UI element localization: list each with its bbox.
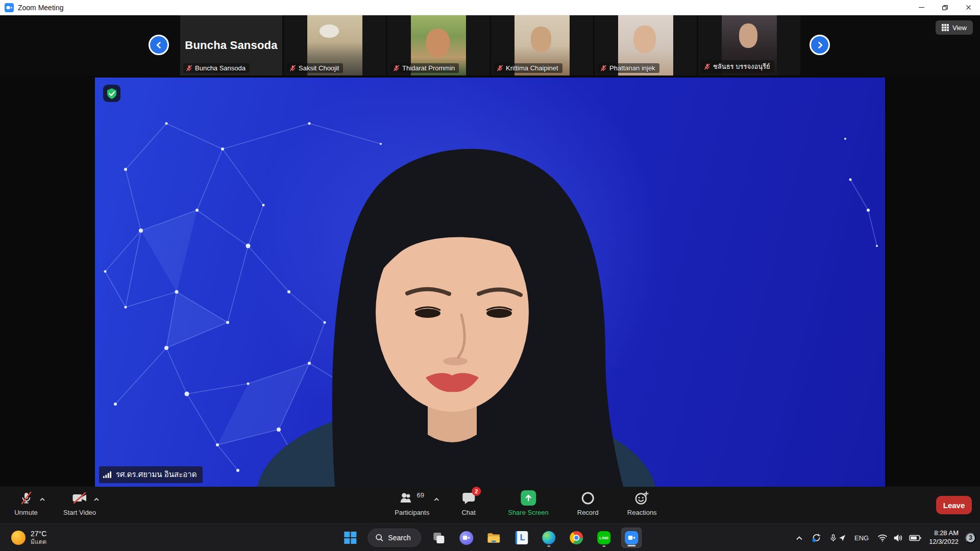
close-button[interactable]: [957, 0, 980, 15]
leave-button[interactable]: Leave: [936, 496, 972, 514]
record-button[interactable]: Record: [573, 490, 603, 516]
chevron-up-icon: [796, 535, 803, 541]
mic-muted-icon: [19, 491, 33, 505]
video-options-caret-icon: [93, 497, 100, 502]
taskbar-chrome-button[interactable]: [567, 528, 587, 548]
taskbar-edge-button[interactable]: [539, 528, 559, 548]
volume-icon: [894, 534, 903, 542]
participant-name: Buncha Sansoda: [195, 64, 246, 72]
muted-mic-icon: [393, 65, 400, 71]
mic-options-caret-icon: [39, 497, 45, 502]
meeting-toolbar: Unmute Start Video 69 Participants: [0, 487, 980, 523]
taskbar-zoom-button[interactable]: [622, 528, 642, 548]
view-button[interactable]: View: [936, 20, 973, 35]
zoom-taskbar-icon: [625, 531, 639, 544]
unmute-button[interactable]: Unmute: [11, 490, 41, 516]
unmute-label: Unmute: [14, 509, 38, 516]
zoom-app-icon: [5, 3, 14, 12]
security-shield-icon[interactable]: [103, 85, 120, 102]
participant-tile[interactable]: Phattanan injek: [595, 15, 697, 76]
search-box[interactable]: Search: [368, 529, 421, 547]
reactions-button[interactable]: Reactions: [627, 490, 657, 516]
taskbar-l-app-button[interactable]: L: [511, 528, 532, 548]
taskbar-line-button[interactable]: LINE: [594, 528, 615, 548]
tray-network-volume-battery[interactable]: [876, 533, 922, 543]
muted-mic-icon: [704, 63, 710, 70]
participants-icon: [400, 492, 414, 505]
speaker-name: รศ.ดร.ศยามน อินสะอาด: [116, 468, 197, 481]
muted-mic-icon: [600, 65, 607, 71]
tray-overflow-button[interactable]: [795, 534, 804, 542]
weather-widget[interactable]: 27°C มีแดด: [7, 524, 51, 551]
camera-off-icon: [72, 492, 87, 504]
clock-widget[interactable]: 8:28 AM 12/3/2022: [929, 529, 959, 546]
participant-name: Phattanan injek: [609, 64, 655, 72]
signal-bars-icon: [103, 471, 112, 478]
start-button[interactable]: [340, 528, 360, 548]
participant-name: Thidarat Prommin: [402, 64, 455, 72]
participant-tile[interactable]: ชลันธร บรรจงอนุรีย์: [698, 15, 800, 76]
task-view-icon: [432, 531, 446, 544]
language-indicator[interactable]: ENG: [853, 533, 870, 543]
window-title: Zoom Meeting: [18, 4, 63, 12]
participant-name: Krittima Chaipinet: [506, 64, 558, 72]
participants-button[interactable]: 69 Participants: [395, 490, 429, 516]
search-icon: [375, 534, 383, 542]
share-screen-label: Share Screen: [508, 509, 549, 516]
reactions-icon: [635, 491, 649, 505]
participants-count: 69: [417, 491, 424, 499]
tray-update-button[interactable]: [811, 533, 822, 543]
share-screen-button[interactable]: Share Screen: [508, 490, 549, 516]
reactions-label: Reactions: [627, 509, 657, 516]
view-button-label: View: [952, 24, 967, 32]
close-icon: [965, 4, 972, 11]
record-label: Record: [577, 509, 599, 516]
participants-label: Participants: [395, 509, 429, 516]
windows-logo-icon: [344, 531, 357, 544]
sync-update-icon: [812, 534, 821, 542]
participants-caret-icon: [433, 497, 439, 502]
taskbar-teams-chat-button[interactable]: [456, 528, 477, 548]
chrome-icon: [570, 531, 583, 544]
chat-unread-badge: 2: [472, 487, 481, 496]
active-speaker-label: รศ.ดร.ศยามน อินสะอาด: [99, 466, 203, 483]
share-screen-icon: [521, 490, 536, 506]
speaker-video-illustration: [95, 78, 885, 487]
tray-mic-location-button[interactable]: [829, 533, 847, 543]
muted-mic-icon: [186, 65, 192, 71]
participant-name: Saksit Choojit: [299, 64, 339, 72]
line-icon: LINE: [598, 531, 611, 544]
minimize-button[interactable]: [910, 0, 933, 15]
chevron-right-icon: [816, 41, 824, 49]
restore-icon: [941, 4, 948, 11]
scroll-right-button[interactable]: [810, 35, 830, 55]
wifi-icon: [877, 534, 888, 542]
grid-view-icon: [942, 24, 949, 31]
main-video: รศ.ดร.ศยามน อินสะอาด: [95, 78, 885, 487]
file-explorer-icon: [487, 532, 501, 544]
main-stage: รศ.ดร.ศยามน อินสะอาด: [0, 76, 980, 487]
l-app-icon: L: [515, 531, 528, 544]
participant-tile[interactable]: Thidarat Prommin: [387, 15, 489, 76]
participant-tile[interactable]: Buncha Sansoda Buncha Sansoda: [180, 15, 282, 76]
tray-time: 8:28 AM: [929, 529, 959, 538]
active-app-indicator: [628, 545, 636, 546]
taskbar-file-explorer-button[interactable]: [484, 528, 504, 548]
scroll-left-button[interactable]: [149, 35, 169, 55]
battery-icon: [909, 535, 921, 541]
running-indicator: [548, 545, 551, 547]
participant-tile[interactable]: Saksit Choojit: [284, 15, 386, 76]
chat-button[interactable]: 2 Chat: [454, 490, 483, 516]
task-view-button[interactable]: [429, 528, 449, 548]
restore-button[interactable]: [933, 0, 957, 15]
record-icon: [581, 491, 595, 505]
chat-label: Chat: [461, 509, 475, 516]
notification-count-badge[interactable]: 3: [965, 533, 976, 543]
zoom-meeting-window: Zoom Meeting Buncha Sansoda Buncha Sanso…: [0, 0, 980, 551]
running-indicator: [603, 545, 606, 547]
participant-filmstrip: Buncha Sansoda Buncha Sansoda Saksit Cho…: [0, 15, 980, 76]
title-bar: Zoom Meeting: [0, 0, 980, 15]
start-video-button[interactable]: Start Video: [63, 490, 96, 516]
windows-taskbar: 27°C มีแดด Search: [0, 523, 980, 551]
participant-tile[interactable]: Krittima Chaipinet: [491, 15, 593, 76]
